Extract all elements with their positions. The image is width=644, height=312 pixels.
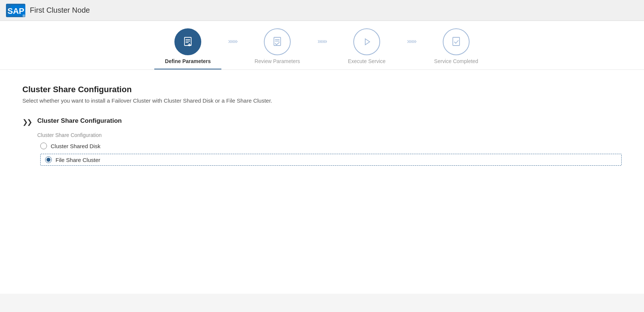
radio-file-share-cluster[interactable]: File Share Cluster <box>40 154 622 166</box>
svg-rect-15 <box>453 37 460 46</box>
step1-circle <box>174 28 201 55</box>
svg-marker-14 <box>365 39 370 45</box>
arrow-1: »»» <box>221 28 244 45</box>
config-block-title: Cluster Share Configuration <box>37 117 622 125</box>
radio-label-cluster-shared-disk[interactable]: Cluster Shared Disk <box>51 143 100 149</box>
radio-cluster-shared-disk[interactable]: Cluster Shared Disk <box>40 143 622 149</box>
wizard-step-review-parameters[interactable]: Review Parameters <box>244 28 311 69</box>
radio-label-file-share-cluster[interactable]: File Share Cluster <box>56 157 100 163</box>
step2-circle <box>264 28 291 55</box>
page-title: First Cluster Node <box>30 6 90 15</box>
wizard-bar: Define Parameters »»» Review Parameters … <box>0 21 644 70</box>
app-header: SAP ® First Cluster Node <box>0 0 644 21</box>
cluster-section: ❯❯ Cluster Share Configuration Cluster S… <box>22 117 622 166</box>
cluster-config-block: Cluster Share Configuration Cluster Shar… <box>37 117 622 166</box>
step3-label: Execute Service <box>333 58 400 69</box>
step3-circle <box>353 28 380 55</box>
step1-label: Define Parameters <box>154 58 221 69</box>
content-title: Cluster Share Configuration <box>22 85 622 94</box>
wizard-step-execute-service[interactable]: Execute Service <box>333 28 400 69</box>
wizard-steps: Define Parameters »»» Review Parameters … <box>154 28 490 69</box>
content-description: Select whether you want to install a Fai… <box>22 97 622 104</box>
svg-rect-5 <box>184 37 191 46</box>
step4-circle <box>443 28 470 55</box>
step1-icon <box>181 35 195 49</box>
svg-text:SAP: SAP <box>7 6 24 16</box>
wizard-step-define-parameters[interactable]: Define Parameters <box>154 28 221 69</box>
main-content: Cluster Share Configuration Select wheth… <box>0 70 644 294</box>
wizard-step-service-completed[interactable]: Service Completed <box>423 28 490 69</box>
step2-label: Review Parameters <box>244 58 311 69</box>
radio-group: Cluster Shared Disk File Share Cluster <box>40 143 622 166</box>
step4-icon <box>449 35 463 49</box>
field-label: Cluster Share Configuration <box>37 132 622 138</box>
step3-icon <box>360 35 373 49</box>
arrow-3: »»» <box>400 28 423 45</box>
radio-input-file-share-cluster[interactable] <box>45 156 52 163</box>
step4-label: Service Completed <box>423 58 490 69</box>
svg-text:®: ® <box>23 15 25 17</box>
sap-logo: SAP ® <box>6 4 25 17</box>
arrow-2: »»» <box>311 28 333 45</box>
step2-icon <box>271 35 284 49</box>
radio-input-cluster-shared-disk[interactable] <box>40 143 47 149</box>
section-expand-arrow[interactable]: ❯❯ <box>22 118 31 126</box>
